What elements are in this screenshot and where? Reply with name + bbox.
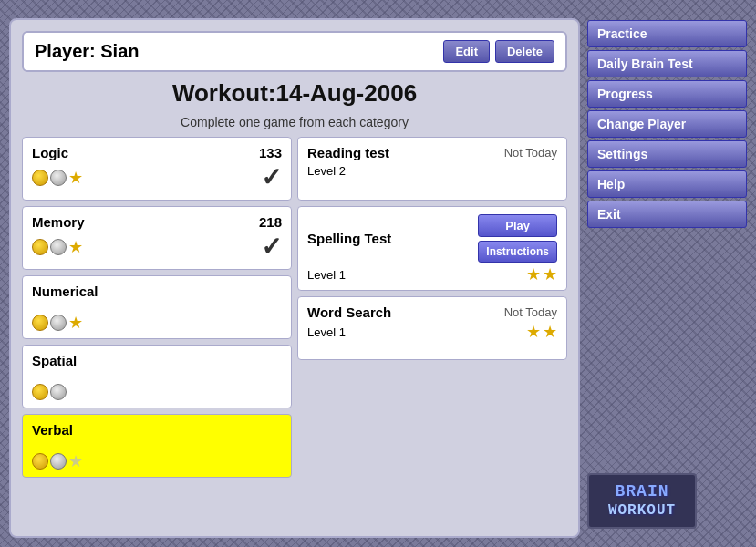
memory-score: 218	[259, 214, 282, 230]
category-reading-test: Reading test Not Today Level 2	[297, 137, 567, 201]
reading-test-status: Not Today	[504, 146, 557, 160]
header-buttons: Edit Delete	[443, 40, 554, 63]
category-spatial: Spatial	[22, 345, 292, 408]
medal-gold-icon	[32, 315, 48, 331]
category-memory: Memory 218 ★ ✓	[22, 206, 292, 270]
play-button[interactable]: Play	[478, 214, 557, 237]
memory-check: ✓	[261, 232, 282, 262]
medal-silver-icon	[50, 170, 67, 186]
numerical-medals: ★	[32, 315, 83, 331]
player-header: Player: Sian Edit Delete	[22, 31, 567, 72]
spatial-name: Spatial	[32, 353, 77, 368]
star-icon: ★	[68, 239, 83, 255]
word-search-name: Word Search	[307, 304, 391, 320]
sidebar-item-daily-brain-test[interactable]: Daily Brain Test	[587, 50, 747, 77]
workout-subtitle: Complete one game from each category	[22, 115, 567, 129]
star-icon: ★	[68, 170, 83, 186]
right-categories: Reading test Not Today Level 2 Spelling …	[297, 137, 567, 525]
logo-line2: WORKOUT	[600, 502, 684, 520]
sidebar-item-practice[interactable]: Practice	[587, 20, 747, 47]
numerical-name: Numerical	[32, 284, 98, 299]
star-icon: ★	[526, 324, 541, 340]
category-numerical: Numerical ★	[22, 275, 292, 339]
spelling-test-content: Spelling Test Play Instructions Level 1 …	[307, 214, 557, 283]
verbal-medals: ★	[32, 453, 83, 470]
logic-name: Logic	[32, 145, 68, 160]
category-logic: Logic 133 ★ ✓	[22, 137, 292, 201]
medal-gold-icon	[32, 384, 48, 400]
logic-medals: ★	[32, 170, 83, 186]
instructions-button[interactable]: Instructions	[478, 241, 557, 263]
sidebar-item-settings[interactable]: Settings	[587, 140, 747, 168]
content-area: Player: Sian Edit Delete Workout:14-Aug-…	[9, 18, 580, 538]
star-icon: ★	[526, 266, 541, 283]
workout-title: Workout:14-Aug-2006	[22, 79, 567, 108]
spelling-test-level: Level 1	[307, 268, 346, 282]
main-panel: Player: Sian Edit Delete Workout:14-Aug-…	[9, 18, 747, 538]
sidebar-item-progress[interactable]: Progress	[587, 80, 747, 108]
category-verbal: Verbal ★	[22, 414, 292, 478]
spelling-test-stars: ★ ★	[526, 266, 557, 283]
brain-workout-logo: BRAIN WORKOUT	[587, 473, 697, 529]
star-icon: ★	[543, 266, 557, 283]
word-search-status: Not Today	[504, 305, 557, 319]
spelling-test-name: Spelling Test	[307, 231, 391, 246]
memory-medals: ★	[32, 239, 83, 255]
logic-check: ✓	[261, 162, 282, 192]
sidebar-item-exit[interactable]: Exit	[587, 201, 747, 228]
star-icon: ★	[68, 315, 83, 331]
medal-silver-icon	[50, 453, 67, 470]
medal-silver-icon	[50, 239, 67, 255]
edit-button[interactable]: Edit	[443, 40, 490, 63]
sidebar-item-change-player[interactable]: Change Player	[587, 110, 747, 138]
category-word-search: Word Search Not Today Level 1 ★ ★	[297, 296, 567, 360]
reading-test-content: Reading test Not Today Level 2	[307, 145, 557, 178]
categories-grid: Logic 133 ★ ✓ Memory	[22, 137, 567, 525]
medal-gold-icon	[32, 239, 48, 255]
medal-silver-icon	[50, 315, 67, 331]
logo-line1: BRAIN	[600, 482, 684, 502]
medal-gold-icon	[32, 170, 48, 186]
star-icon: ★	[543, 324, 557, 340]
word-search-level: Level 1	[307, 325, 346, 339]
spelling-action-buttons: Play Instructions	[478, 214, 557, 263]
sidebar: Practice Daily Brain Test Progress Chang…	[587, 18, 747, 538]
player-name: Player: Sian	[35, 41, 140, 62]
sidebar-item-help[interactable]: Help	[587, 170, 747, 198]
logo-container: BRAIN WORKOUT	[587, 473, 747, 538]
medal-gold-icon	[32, 453, 48, 470]
reading-test-name: Reading test	[307, 145, 389, 160]
star-outline-icon: ★	[68, 453, 83, 470]
category-spelling-test: Spelling Test Play Instructions Level 1 …	[297, 206, 567, 291]
word-search-content: Word Search Not Today Level 1 ★ ★	[307, 304, 557, 340]
word-search-stars: ★ ★	[526, 324, 557, 340]
spatial-medals	[32, 384, 67, 400]
medal-silver-icon	[50, 384, 67, 400]
logic-score: 133	[259, 145, 282, 160]
left-categories: Logic 133 ★ ✓ Memory	[22, 137, 292, 525]
memory-name: Memory	[32, 214, 85, 230]
reading-test-level: Level 2	[307, 164, 346, 178]
verbal-name: Verbal	[32, 422, 73, 438]
delete-button[interactable]: Delete	[495, 40, 554, 63]
